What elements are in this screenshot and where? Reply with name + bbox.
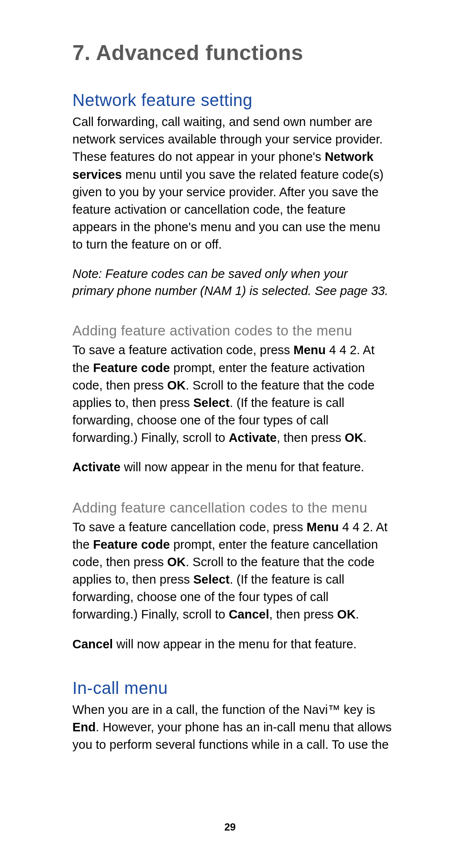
text: To save a feature cancellation code, pre… [72,520,307,534]
paragraph: Activate will now appear in the menu for… [72,458,392,476]
text-bold: Select [193,396,230,410]
paragraph: Cancel will now appear in the menu for t… [72,636,392,653]
text-bold: Activate [72,460,121,474]
page-number: 29 [0,821,460,833]
text: will now appear in the menu for that fea… [113,637,356,651]
text-bold: Feature code [93,538,170,551]
section-heading-network-feature-setting: Network feature setting [72,91,392,110]
subsection-heading-activation: Adding feature activation codes to the m… [72,323,392,339]
paragraph: To save a feature cancellation code, pre… [72,519,392,624]
paragraph: Call forwarding, call waiting, and send … [72,113,392,253]
text: To save a feature activation code, press [72,343,293,357]
text-bold: Activate [229,431,277,444]
text: . [363,431,367,444]
paragraph: When you are in a call, the function of … [72,701,392,754]
subsection-heading-cancellation: Adding feature cancellation codes to the… [72,500,392,516]
text: will now appear in the menu for that fea… [121,460,364,474]
text-bold: Menu [293,343,326,357]
text-bold: OK [167,555,186,569]
text-bold: Menu [307,520,339,534]
section-heading-in-call-menu: In-call menu [72,679,392,698]
chapter-title: 7. Advanced functions [72,40,392,65]
text: . However, your phone has an in-call men… [72,720,392,751]
text: , then press [277,431,345,444]
text-bold: Feature code [93,361,170,375]
text-bold: OK [337,607,356,621]
note-paragraph: Note: Feature codes can be saved only wh… [72,265,392,299]
text-bold: Cancel [229,607,269,621]
text: When you are in a call, the function of … [72,703,375,716]
text-bold: Cancel [72,637,113,651]
text-bold: OK [167,378,186,392]
text-bold: End [72,720,96,734]
text-bold: Select [193,573,230,586]
text: . [356,607,359,621]
text: , then press [269,607,337,621]
text-bold: OK [345,431,363,444]
paragraph: To save a feature activation code, press… [72,341,392,447]
document-page: 7. Advanced functions Network feature se… [0,0,460,868]
